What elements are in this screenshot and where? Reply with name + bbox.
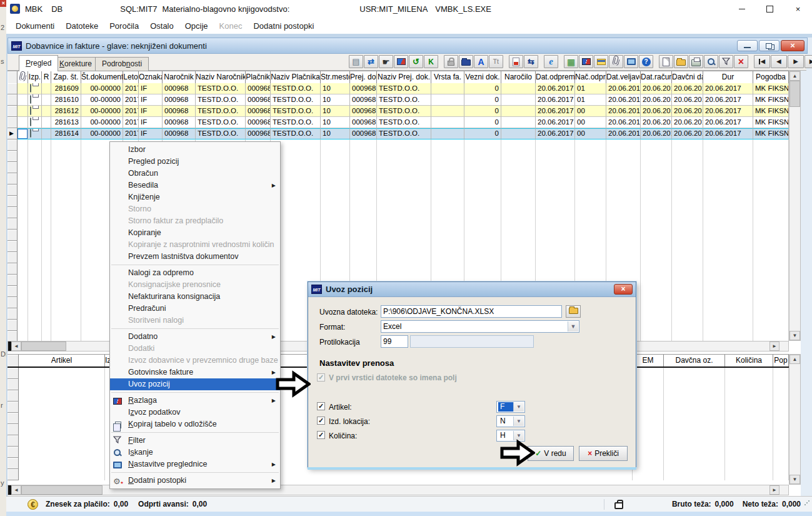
table-cell[interactable]: 00-00000 [81, 106, 123, 117]
protilokacija-input[interactable]: 99 [381, 335, 408, 348]
table-cell[interactable]: 20.06.2017 [536, 117, 575, 128]
row-selector[interactable] [8, 252, 18, 263]
table-cell[interactable]: 000968 [163, 128, 196, 139]
table-cell[interactable] [42, 117, 51, 128]
table-cell[interactable] [42, 128, 51, 139]
table-cell[interactable]: 000968 [350, 117, 377, 128]
table-cell[interactable]: 01 [575, 83, 606, 94]
menu-item-konsignacijske-prenosnice[interactable]: Konsignacijske prenosnice [110, 279, 280, 291]
row-selector[interactable] [8, 139, 18, 151]
menu-item-predra-uni[interactable]: Predračuni [110, 303, 280, 315]
table-cell[interactable]: MK FIKSNO [753, 106, 789, 117]
scroll-left-icon[interactable]: ◄ [11, 485, 21, 495]
table-cell[interactable]: 10 [321, 128, 350, 139]
table-cell[interactable]: 000968 [350, 83, 377, 94]
table-cell[interactable] [18, 83, 28, 94]
table-cell[interactable]: 10 [321, 106, 350, 117]
child-restore-button[interactable] [759, 40, 779, 51]
scroll-right-icon[interactable]: ► [769, 341, 779, 351]
tab-podrobnosti[interactable]: Podrobnosti [95, 57, 149, 71]
table-row[interactable]: 28160900-000002017IF000968TESTD.O.O.0009… [8, 83, 789, 94]
table-cell[interactable]: TESTD.O.O. [377, 106, 431, 117]
row-selector[interactable] [8, 185, 18, 196]
menu-item-dodatki[interactable]: Dodatki [110, 343, 280, 355]
scroll-left-icon[interactable]: ◄ [11, 341, 21, 351]
row-selector[interactable] [8, 83, 18, 94]
chevron-down-icon[interactable]: ▼ [568, 321, 578, 331]
table-cell[interactable]: IF [139, 128, 163, 139]
column-header[interactable]: Naročnik [163, 71, 196, 84]
table-cell[interactable]: 20.06.2017 [606, 106, 641, 117]
new-doc-button[interactable] [659, 55, 673, 68]
column-header[interactable]: Št.dokumenta [81, 71, 123, 84]
table-cell[interactable]: 20.06.2017 [536, 83, 575, 94]
tab-pregled[interactable]: Pregled [19, 55, 58, 71]
menu-item-gotovinske-fakture[interactable]: Gotovinske fakture▶ [110, 367, 280, 378]
column-header[interactable]: Pop [773, 355, 789, 367]
table-cell[interactable]: 20.06.2017 [536, 128, 575, 139]
table-cell[interactable]: TESTD.O.O. [196, 117, 246, 128]
table-cell[interactable]: IF [139, 94, 163, 106]
table-cell[interactable]: 000968 [163, 83, 196, 94]
transfer-button[interactable]: ⇆ [524, 55, 538, 68]
child-close-button[interactable]: × [781, 40, 804, 51]
scroll-thumb[interactable] [21, 485, 103, 495]
table-cell[interactable] [28, 106, 42, 117]
menu-item-iskanje[interactable]: Iskanje [110, 447, 280, 458]
menu-item-kopiranje[interactable]: Kopiranje [110, 227, 280, 239]
column-header[interactable]: Vezni dok. [464, 71, 501, 84]
table-row[interactable]: 28161000-000002017IF000968TESTD.O.O.0009… [8, 94, 789, 106]
table-cell[interactable]: MK FIKSNO [753, 83, 789, 94]
menu-item-nalogi-za-odpremo[interactable]: Nalogi za odpremo [110, 267, 280, 279]
table-cell[interactable]: 20.06.2017 [536, 106, 575, 117]
scroll-down-icon[interactable]: ▼ [789, 331, 800, 340]
table-cell[interactable]: 20.06.2017 [672, 83, 703, 94]
delete-button[interactable]: × [734, 55, 748, 68]
table-cell[interactable]: TESTD.O.O. [377, 83, 431, 94]
table-cell[interactable]: IF [139, 106, 163, 117]
table-row[interactable]: ▶28161400-000002017IF000968TESTD.O.O.000… [8, 128, 789, 139]
table-cell[interactable]: TESTD.O.O. [377, 128, 431, 139]
row-selector[interactable] [8, 173, 18, 185]
table-cell[interactable]: 20.06.2017 [606, 94, 641, 106]
table-row[interactable]: 28161300-000002017IF000968TESTD.O.O.0009… [8, 117, 789, 128]
table-row[interactable]: 28161200-000002017IF000968TESTD.O.O.0009… [8, 106, 789, 117]
table-cell[interactable] [501, 106, 536, 117]
table-cell[interactable]: TESTD.O.O. [196, 128, 246, 139]
table-cell[interactable]: 00 [575, 128, 606, 139]
table-cell[interactable]: 2017 [123, 128, 139, 139]
table-cell[interactable]: 20.06.2017 [641, 128, 672, 139]
chevron-down-icon[interactable]: ▼ [513, 402, 524, 412]
table-cell[interactable]: 20.06.2017 [606, 83, 641, 94]
menu-item-izvoz-dobavnice-v-prevzemnico-druge-baze[interactable]: Izvoz dobavnice v prevzemnico druge baze [110, 355, 280, 367]
table-cell[interactable]: 20.06.2017 [703, 128, 753, 139]
column-header[interactable]: EM [633, 355, 664, 367]
table-cell[interactable]: 20.06.2017 [606, 117, 641, 128]
artikel-checkbox[interactable]: ✓ [317, 402, 325, 410]
k-button[interactable]: K [424, 55, 438, 68]
undo-button[interactable]: ↺ [409, 55, 423, 68]
row-selector[interactable] [8, 218, 18, 230]
table-cell[interactable]: 20.06.2017 [672, 117, 703, 128]
table-cell[interactable]: TESTD.O.O. [377, 94, 431, 106]
documents-v-scrollbar[interactable]: ▲ ▼ [789, 71, 801, 341]
table-cell[interactable]: 000968 [350, 94, 377, 106]
table-cell[interactable] [28, 94, 42, 106]
lock-button[interactable] [444, 55, 458, 68]
font-button[interactable]: A [474, 55, 488, 68]
row-selector[interactable] [8, 458, 19, 469]
table-cell[interactable]: 20.06.2017 [641, 83, 672, 94]
scroll-up-icon[interactable]: ▲ [789, 71, 800, 81]
table-cell[interactable]: 2017 [123, 94, 139, 106]
row-selector[interactable] [8, 368, 19, 379]
table-cell[interactable]: 00 [575, 117, 606, 128]
column-header[interactable]: Izp. [28, 71, 42, 84]
table-cell[interactable]: 281613 [51, 117, 81, 128]
table-cell[interactable]: 000968 [163, 117, 196, 128]
menu-item-storno[interactable]: Storno [110, 203, 280, 215]
table-cell[interactable] [18, 106, 28, 117]
dialog-close-button[interactable]: × [614, 284, 633, 295]
refresh-button[interactable]: ⇄ [364, 55, 378, 68]
koli-ina-checkbox[interactable]: ✓ [317, 431, 325, 439]
pan-button[interactable]: ☛ [379, 55, 393, 68]
